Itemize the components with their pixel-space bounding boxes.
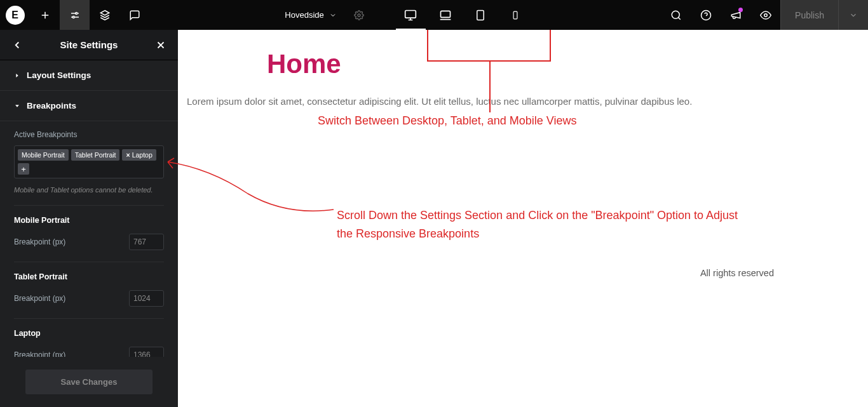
section-breakpoints[interactable]: Breakpoints (0, 91, 178, 121)
settings-button[interactable] (60, 0, 90, 30)
sidebar-body: Layout Settings Breakpoints Active Break… (0, 60, 178, 357)
page-selector[interactable]: Hovedside (277, 10, 344, 20)
topbar-right: Publish (661, 0, 868, 30)
field-mobile-portrait: Mobile Portrait Breakpoint (px) (14, 205, 164, 250)
add-widget-button[interactable] (30, 0, 60, 30)
breakpoints-panel: Active Breakpoints Mobile Portrait Table… (0, 121, 178, 357)
finder-button[interactable] (661, 0, 691, 30)
tag-tablet-portrait[interactable]: Tablet Portrait (71, 149, 120, 161)
device-tablet-button[interactable] (463, 0, 498, 30)
back-button[interactable] (11, 39, 23, 51)
page-name: Hovedside (285, 10, 323, 20)
svg-point-7 (672, 11, 679, 18)
publish-dropdown[interactable] (838, 0, 868, 30)
top-bar: E Hovedside (0, 0, 868, 30)
device-desktop-button[interactable] (393, 0, 428, 30)
breakpoint-label: Breakpoint (px) (14, 294, 65, 303)
comment-icon (129, 10, 140, 21)
notification-dot (738, 8, 743, 12)
sidebar-footer: Save Changes (0, 357, 178, 407)
desktop-icon (404, 9, 417, 22)
close-button[interactable] (155, 39, 166, 51)
svg-point-0 (75, 12, 77, 14)
tag-laptop[interactable]: ×Laptop (122, 149, 156, 161)
sidebar: Site Settings Layout Settings Breakpoint… (0, 30, 178, 407)
layers-icon (99, 10, 111, 21)
topbar-left: E (0, 0, 149, 30)
whats-new-button[interactable] (721, 0, 750, 30)
notes-button[interactable] (119, 0, 149, 30)
eye-icon (760, 10, 771, 21)
preview-button[interactable] (750, 0, 780, 30)
breakpoint-input-laptop[interactable] (129, 347, 164, 357)
add-breakpoint-button[interactable]: + (18, 163, 29, 175)
sliders-icon (69, 10, 81, 21)
mobile-icon (511, 9, 520, 22)
chevron-down-icon (849, 11, 858, 20)
device-laptop-button[interactable] (428, 0, 463, 30)
help-icon (700, 10, 712, 21)
canvas[interactable]: Home Lorem ipsum dolor sit amet, consect… (178, 30, 868, 407)
search-icon (670, 10, 682, 21)
gear-icon (354, 10, 364, 20)
page-heading: Home (267, 49, 868, 79)
chevron-down-icon (329, 11, 337, 19)
help-button[interactable] (691, 0, 721, 30)
tablet-icon (475, 9, 486, 22)
laptop-icon (439, 9, 452, 22)
active-breakpoints-label: Active Breakpoints (14, 130, 164, 139)
breakpoint-label: Breakpoint (px) (14, 350, 65, 357)
svg-rect-3 (405, 10, 416, 18)
page-paragraph: Lorem ipsum dolor sit amet, consectetur … (187, 95, 868, 109)
breakpoint-hint: Mobile and Tablet options cannot be dele… (14, 186, 164, 194)
svg-point-2 (358, 14, 360, 17)
plus-icon (39, 10, 51, 21)
field-laptop: Laptop Breakpoint (px) (14, 318, 164, 357)
topbar-center: Hovedside (149, 0, 661, 30)
svg-point-9 (764, 13, 767, 17)
chevron-down-icon (14, 103, 20, 109)
page-settings-button[interactable] (344, 0, 374, 30)
elementor-logo[interactable]: E (0, 0, 30, 30)
device-mobile-button[interactable] (498, 0, 533, 30)
publish-button[interactable]: Publish (780, 0, 838, 30)
breakpoint-input-tablet[interactable] (129, 290, 164, 307)
section-layout-settings[interactable]: Layout Settings (0, 60, 178, 91)
sidebar-header: Site Settings (0, 30, 178, 60)
remove-tag-icon[interactable]: × (126, 151, 130, 159)
tag-mobile-portrait[interactable]: Mobile Portrait (18, 149, 69, 161)
breakpoint-input-mobile[interactable] (129, 234, 164, 250)
chevron-right-icon (14, 72, 20, 79)
structure-button[interactable] (90, 0, 119, 30)
page-footer-text: All rights reserved (178, 268, 774, 278)
svg-point-1 (72, 16, 74, 18)
save-changes-button[interactable]: Save Changes (25, 370, 153, 394)
sidebar-title: Site Settings (60, 39, 118, 50)
breakpoint-tags: Mobile Portrait Tablet Portrait ×Laptop … (14, 145, 164, 178)
field-tablet-portrait: Tablet Portrait Breakpoint (px) (14, 262, 164, 307)
breakpoint-label: Breakpoint (px) (14, 237, 65, 246)
svg-rect-4 (441, 11, 451, 17)
